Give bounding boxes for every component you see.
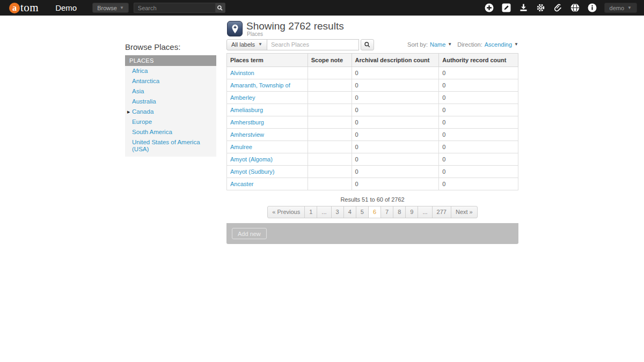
direction-value-link[interactable]: Ascending (485, 41, 512, 48)
page-button[interactable]: 277 (432, 206, 451, 218)
table-row: Amyot (Sudbury)00 (227, 166, 518, 178)
place-term-link[interactable]: Amherstburg (230, 119, 264, 125)
sidebar-item-australia[interactable]: Australia (125, 97, 216, 107)
table-row: Amberley00 (227, 92, 518, 104)
place-term-link[interactable]: Amyot (Algoma) (230, 156, 273, 162)
scope-note-cell (308, 166, 352, 178)
authority-record-count-cell: 0 (439, 67, 518, 79)
archival-description-count-cell: 0 (352, 79, 439, 92)
authority-record-count-cell: 0 (439, 153, 518, 166)
sort-controls: Sort by: Name ▼ Direction: Ascending ▼ (407, 41, 518, 48)
atom-logo[interactable]: a tom (9, 2, 39, 13)
page-button[interactable]: « Previous (267, 206, 305, 218)
site-title[interactable]: Demo (55, 3, 77, 12)
sidebar-item-africa[interactable]: Africa (125, 66, 216, 76)
sort-by-label: Sort by: (407, 41, 428, 48)
import-icon[interactable] (519, 3, 528, 12)
place-term-link[interactable]: Amulree (230, 144, 252, 150)
places-search-button[interactable] (361, 39, 374, 50)
sort-by-value-link[interactable]: Name (430, 41, 445, 48)
archival-description-count-cell: 0 (352, 67, 439, 79)
column-header: Authority record count (439, 54, 518, 67)
labels-filter-label: All labels (231, 41, 255, 48)
add-new-button[interactable]: Add new (232, 228, 267, 239)
atom-logo-a: a (9, 3, 20, 13)
search-icon (217, 5, 223, 11)
scope-note-cell (308, 129, 352, 141)
places-treeview-header: PLACES (125, 55, 216, 66)
place-term-link[interactable]: Amberley (230, 94, 255, 101)
user-menu-label: demo (610, 5, 625, 11)
place-term-cell: Amaranth, Township of (227, 79, 308, 92)
sidebar-item-antarctica[interactable]: Antarctica (125, 76, 216, 86)
top-navigation-bar: a tom Demo Browse ▼ (0, 0, 644, 16)
page-button[interactable]: 8 (393, 206, 406, 218)
sidebar-item-label: Europe (132, 119, 152, 125)
places-section-icon (227, 21, 243, 36)
page-button[interactable]: 1 (304, 206, 317, 218)
direction-label: Direction: (457, 41, 482, 48)
global-search-input[interactable] (134, 3, 215, 13)
scope-note-cell (308, 67, 352, 79)
place-term-link[interactable]: Amaranth, Township of (230, 82, 290, 88)
sidebar-item-label: United States of America (USA) (132, 139, 200, 152)
column-header: Archival description count (352, 54, 439, 67)
page-button[interactable]: 3 (331, 206, 344, 218)
place-term-link[interactable]: Ancaster (230, 181, 253, 187)
place-term-link[interactable]: Ameliasburg (230, 107, 263, 113)
page-button[interactable]: 5 (356, 206, 369, 218)
add-icon[interactable] (485, 3, 494, 12)
table-row: Amherstview00 (227, 129, 518, 141)
place-term-cell: Amherstburg (227, 116, 308, 129)
sidebar-item-south-america[interactable]: South America (125, 127, 216, 137)
place-term-link[interactable]: Amherstview (230, 131, 264, 138)
admin-icon[interactable] (536, 3, 545, 12)
topbar-icon-menu (485, 3, 597, 12)
map-pin-icon (229, 23, 241, 35)
table-header-row: Places termScope noteArchival descriptio… (227, 54, 518, 67)
page-button[interactable]: 9 (405, 206, 418, 218)
place-term-cell: Amberley (227, 92, 308, 104)
chevron-down-icon: ▼ (258, 42, 262, 47)
filter-row: All labels ▼ Sort by: Name ▼ Direction: … (226, 39, 518, 50)
sidebar-menu-items: AfricaAntarcticaAsiaAustralia▶CanadaEuro… (125, 66, 216, 154)
sidebar-item-asia[interactable]: Asia (125, 86, 216, 97)
browse-dropdown-button[interactable]: Browse ▼ (92, 3, 129, 13)
scope-note-cell (308, 92, 352, 104)
authority-record-count-cell: 0 (439, 116, 518, 129)
archival-description-count-cell: 0 (352, 104, 439, 116)
place-term-link[interactable]: Amyot (Sudbury) (230, 168, 275, 175)
page-button[interactable]: Next » (451, 206, 478, 218)
page-button[interactable]: 7 (380, 206, 393, 218)
page-button[interactable]: 4 (343, 206, 356, 218)
labels-filter-dropdown[interactable]: All labels ▼ (226, 39, 267, 50)
archival-description-count-cell: 0 (352, 153, 439, 166)
chevron-down-icon: ▼ (120, 6, 124, 10)
sidebar-item-europe[interactable]: Europe (125, 117, 216, 127)
page-button-current[interactable]: 6 (368, 206, 381, 218)
page-title: Showing 2762 results (246, 20, 344, 32)
sidebar-item-label: Asia (132, 88, 144, 94)
edit-icon[interactable] (502, 3, 511, 12)
quick-links-icon[interactable] (588, 3, 597, 12)
results-summary: Results 51 to 60 of 2762 (226, 196, 518, 203)
sidebar-item-canada[interactable]: ▶Canada (125, 107, 216, 117)
authority-record-count-cell: 0 (439, 129, 518, 141)
user-menu-button[interactable]: demo ▼ (604, 3, 637, 13)
archival-description-count-cell: 0 (352, 129, 439, 141)
table-row: Amaranth, Township of00 (227, 79, 518, 92)
page-gap: ... (418, 206, 432, 218)
archival-description-count-cell: 0 (352, 178, 439, 190)
scope-note-cell (308, 116, 352, 129)
chevron-down-icon: ▼ (448, 42, 452, 47)
browse-dropdown-label: Browse (97, 5, 117, 11)
global-search-button[interactable] (215, 3, 225, 13)
place-term-cell: Amherstview (227, 129, 308, 141)
places-search-input[interactable] (267, 39, 359, 50)
archival-description-count-cell: 0 (352, 92, 439, 104)
column-header: Scope note (308, 54, 352, 67)
clipboard-icon[interactable] (553, 3, 562, 12)
place-term-link[interactable]: Alvinston (230, 70, 254, 76)
sidebar-item-united-states-of-america-usa[interactable]: United States of America (USA) (125, 137, 216, 154)
language-icon[interactable] (570, 3, 580, 12)
